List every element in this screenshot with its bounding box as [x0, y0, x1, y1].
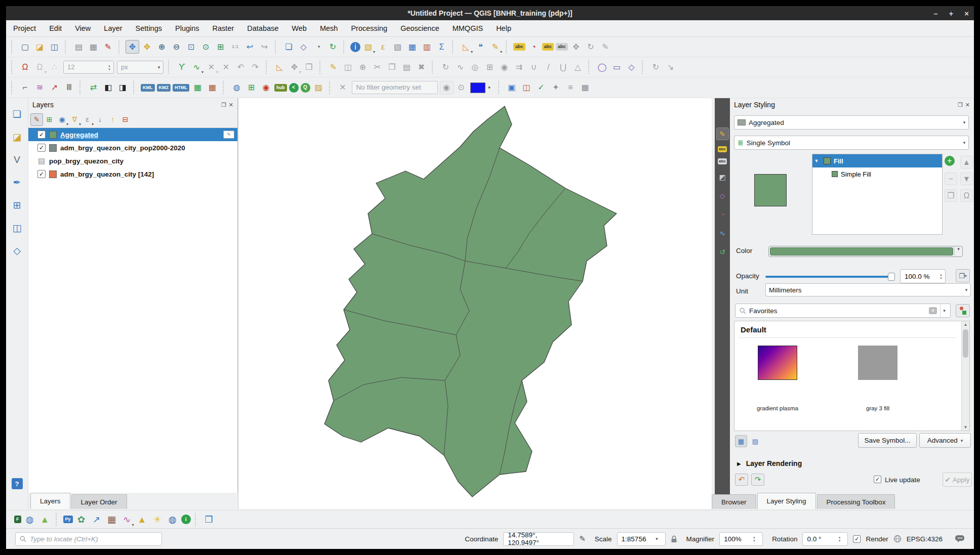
minimize-button[interactable]: – [933, 9, 937, 18]
layout-manager-icon[interactable]: ▦ [87, 40, 100, 54]
add-ring-icon[interactable]: ◎ [468, 60, 482, 74]
collapsed-arrow-icon[interactable]: ▶ [737, 461, 741, 466]
export-kmz-icon[interactable]: KMZ [157, 84, 171, 92]
search-layers-icon[interactable]: Q [301, 83, 310, 93]
save-symbol-button[interactable]: Save Symbol... [858, 433, 917, 448]
tab-browser[interactable]: Browser [712, 494, 756, 509]
export-kml-icon[interactable]: KML [141, 84, 155, 92]
save-edits-icon[interactable]: ◫ [341, 60, 355, 74]
bw-raster-right-icon[interactable]: ◨ [116, 81, 130, 95]
zoom-native-icon[interactable]: 1:1 [228, 40, 242, 54]
python-console-icon[interactable]: Py [63, 516, 73, 523]
temporal-controller-icon[interactable]: ◔ [311, 40, 325, 54]
callouts-tab-icon[interactable]: abc [718, 158, 727, 164]
reshape-features-icon[interactable]: ∪ [527, 60, 541, 74]
clear-geometry-filter-icon[interactable]: ✕ [336, 81, 350, 95]
layer-item-aggregated[interactable]: ✓Aggregated✎ [28, 128, 237, 141]
map-canvas[interactable] [238, 98, 712, 509]
menu-layer[interactable]: Layer [104, 24, 122, 32]
metadata-info-icon[interactable]: i [181, 515, 191, 524]
live-update-checkbox[interactable]: ✓ [874, 476, 881, 483]
menu-mmqgis[interactable]: MMQGIS [453, 24, 483, 32]
locator-input[interactable]: Type to locate (Ctrl+K) [15, 532, 162, 546]
draw-extent-icon[interactable]: ▣ [505, 81, 519, 95]
new-map-view-icon[interactable]: ❏ [282, 40, 296, 54]
bw-raster-left-icon[interactable]: ◧ [101, 81, 115, 95]
open-layer-styling-icon[interactable]: ✎ [30, 113, 43, 126]
history-tab-icon[interactable]: ↺ [716, 245, 729, 258]
symbol-tree-fill-row[interactable]: ▼ Fill [812, 154, 942, 167]
chevron-down-icon[interactable]: ▾ [954, 246, 962, 257]
deselect-features-icon[interactable]: ▧ [391, 40, 404, 54]
snap-on-intersection-icon[interactable]: ∴ [48, 60, 61, 74]
highlight-labels-icon[interactable]: abc [556, 43, 568, 51]
snapping-options-icon[interactable]: Ω▾ [33, 60, 47, 74]
help-icon[interactable]: ? [12, 478, 23, 489]
zoom-to-layer-icon[interactable]: ⊞ [214, 40, 227, 54]
layer-labeling-icon[interactable]: abc [513, 43, 525, 51]
unit-selector[interactable]: Millimeters ▾ [765, 283, 971, 296]
expand-all-icon[interactable]: ↓ [94, 113, 106, 126]
render-checkbox[interactable]: ✓ [853, 535, 861, 543]
scroll-up-icon[interactable]: ▲ [962, 322, 969, 327]
identify-features-icon[interactable]: i [350, 42, 360, 52]
undo-edit-icon[interactable]: ↶ [234, 60, 248, 74]
style-manager-icon[interactable]: ✎ [101, 40, 115, 54]
menu-project[interactable]: Project [13, 24, 36, 32]
menu-edit[interactable]: Edit [49, 24, 62, 32]
symbology-tab-icon[interactable]: ✎ [716, 127, 729, 140]
layer-item-adm-brgy-quezon-city-142[interactable]: ✓adm_brgy_quezon_city [142] [28, 167, 237, 181]
menu-view[interactable]: View [75, 24, 91, 32]
add-spatialite-layer-icon[interactable]: ✒ [10, 175, 25, 190]
vertex-digitizing-icon[interactable]: △ [571, 60, 585, 74]
opacity-value-box[interactable]: 100.0 % ▴▾ [900, 269, 946, 283]
opacity-slider-handle[interactable] [888, 273, 895, 281]
rotate-feature-icon[interactable]: ↻ [439, 60, 453, 74]
copy-move-feature-icon[interactable]: ❐ [302, 60, 316, 74]
earth-icon[interactable]: ◍ [166, 513, 180, 527]
select-by-expression-icon[interactable]: ε [376, 40, 390, 54]
shape-polygon-icon[interactable]: ◇ [625, 60, 638, 74]
style-manager-button[interactable] [956, 304, 970, 317]
red-polyline-icon[interactable]: ↗ [48, 81, 61, 95]
move-label-icon[interactable]: ✥ [569, 40, 583, 54]
layer-item-adm-brgy-quezon-city-pop2000-2020[interactable]: ✓adm_brgy_quezon_city_pop2000-2020 [28, 141, 237, 154]
shape-circle-icon[interactable]: ◯ [595, 60, 609, 74]
new-annotation-icon[interactable]: ✎▾ [488, 40, 502, 54]
offset-point-symbols-icon[interactable]: ↘ [664, 60, 677, 74]
move-feature-icon[interactable]: ✥▾ [288, 60, 301, 74]
duplicate-symbol-layer-button[interactable]: ❐ [945, 189, 957, 202]
add-symbol-layer-button[interactable]: + [945, 156, 955, 166]
menu-settings[interactable]: Settings [136, 24, 162, 32]
redo-edit-icon[interactable]: ↷ [249, 60, 262, 74]
geometry-filter-field[interactable]: No filter geometry set [352, 81, 438, 94]
new-print-layout-icon[interactable]: ▤ [72, 40, 86, 54]
clear-search-icon[interactable]: ✕ [929, 307, 937, 314]
close-button[interactable]: × [964, 9, 969, 18]
messages-icon[interactable] [955, 535, 965, 543]
pin-labels-icon[interactable]: abc [542, 43, 554, 51]
scroll-down-icon[interactable]: ▼ [962, 425, 969, 430]
show-filter-eye-icon[interactable]: ◉ [440, 81, 454, 95]
tracing-icon[interactable]: ϒ [175, 60, 189, 74]
share-icon[interactable]: < [289, 83, 299, 93]
layer-diagram-icon[interactable]: ◔ [527, 40, 541, 54]
data-defined-override-button[interactable]: ❐▾ [956, 269, 970, 282]
manage-map-themes-icon[interactable]: ◉▾ [56, 113, 68, 126]
mask-tab-icon[interactable]: ◩ [716, 170, 729, 183]
layer-item-pop-brgy-quezon-city[interactable]: ▤pop_brgy_quezon_city [28, 154, 237, 167]
tab-layer-order[interactable]: Layer Order [71, 494, 127, 509]
philippines-data-icon[interactable]: ◉ [259, 81, 273, 95]
expander-icon[interactable]: ▼ [812, 158, 821, 163]
rotate-point-symbols-icon[interactable]: ↻ [649, 60, 663, 74]
plugin-globe-icon[interactable]: ◍ [23, 513, 37, 527]
menu-mesh[interactable]: Mesh [320, 24, 338, 32]
panel-close-icon[interactable]: ✕ [229, 102, 233, 108]
pan-map-icon[interactable]: ✥ [126, 40, 139, 54]
zoom-to-selection-icon[interactable]: ⊙ [199, 40, 213, 54]
open-attribute-table-icon[interactable]: ▦ [405, 40, 419, 54]
vertex-tool-current-icon[interactable]: ✕ [219, 60, 233, 74]
toggle-editing-icon[interactable]: ✎ [326, 60, 340, 74]
move-up-symbol-button[interactable]: ▲ [960, 156, 973, 168]
remove-symbol-layer-button[interactable]: − [945, 173, 957, 185]
